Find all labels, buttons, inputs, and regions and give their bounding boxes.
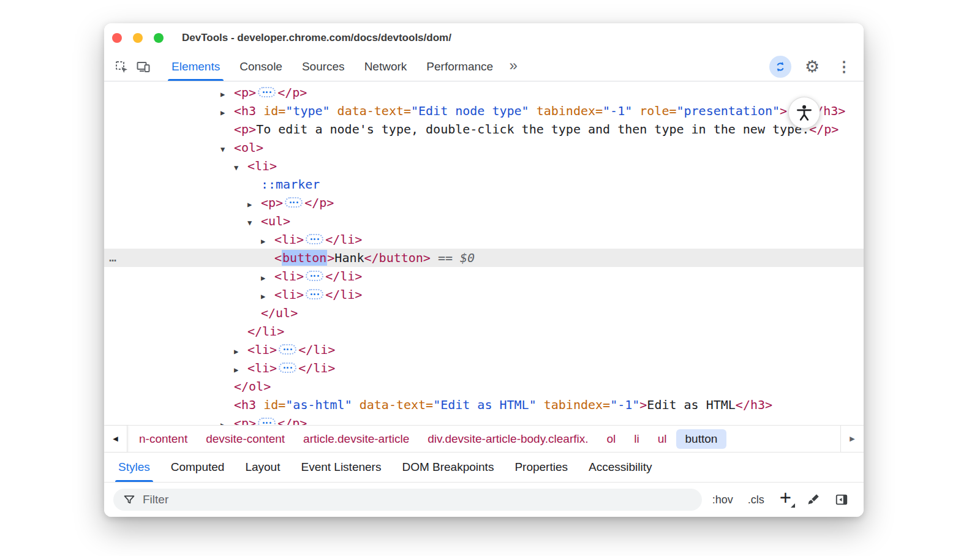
breadcrumb-item-div-devsite-article-body-clearfix-[interactable]: div.devsite-article-body.clearfix. <box>418 429 597 449</box>
dom-node-row[interactable]: ▶<li></li> <box>104 340 864 359</box>
breadcrumb-item-ol[interactable]: ol <box>598 429 625 449</box>
twisty-expanded-icon[interactable]: ▼ <box>221 140 234 159</box>
sync-icon[interactable] <box>769 56 791 78</box>
more-panels-icon[interactable]: » <box>503 58 524 75</box>
code-token-tag: </ul> <box>261 306 298 320</box>
accessibility-cursor-icon <box>789 97 820 128</box>
expand-children-icon[interactable] <box>285 197 303 208</box>
dom-node-row[interactable]: ::marker <box>104 175 864 193</box>
tab-performance[interactable]: Performance <box>417 53 503 81</box>
twisty-collapsed-icon[interactable]: ▶ <box>247 195 261 214</box>
pill-dot <box>287 367 288 369</box>
breadcrumb-item-devsite-content[interactable]: devsite-content <box>197 429 294 449</box>
zoom-button[interactable] <box>154 33 164 43</box>
filter-input[interactable]: Filter <box>113 489 702 511</box>
tab-styles[interactable]: Styles <box>108 453 160 482</box>
dom-node-row[interactable]: <h3 id="as-html" data-text="Edit as HTML… <box>104 396 864 414</box>
twisty-expanded-icon[interactable]: ▼ <box>247 214 261 232</box>
code-token-tag: <h3 <box>234 103 256 118</box>
tab-accessibility[interactable]: Accessibility <box>578 453 662 482</box>
twisty-collapsed-icon[interactable]: ▶ <box>234 361 247 379</box>
twisty-collapsed-icon[interactable]: ▶ <box>261 269 274 287</box>
code-token-val: "-1" <box>610 397 639 412</box>
brush-icon[interactable] <box>802 489 824 511</box>
tab-properties[interactable]: Properties <box>504 453 578 482</box>
dom-node-row[interactable]: ▶<p></p> <box>104 83 864 102</box>
breadcrumb-item-button[interactable]: button <box>676 429 727 449</box>
dom-node-row[interactable]: </li> <box>104 322 864 340</box>
row-more-icon[interactable]: … <box>109 248 117 266</box>
breadcrumb-item-article-devsite-article[interactable]: article.devsite-article <box>294 429 418 449</box>
dom-node-row[interactable]: ▶<li></li> <box>104 230 864 249</box>
dom-node-row[interactable]: …<button>Hank</button> == $0 <box>104 249 864 267</box>
code-token-txt: To edit a node's type, double-click the … <box>256 122 809 137</box>
twisty-collapsed-icon[interactable]: ▶ <box>261 232 274 250</box>
dom-node-row[interactable]: ▶<li></li> <box>104 359 864 377</box>
filter-funnel-icon <box>123 494 135 506</box>
breadcrumb-item-n-content[interactable]: n-content <box>130 429 197 449</box>
brush-glyph <box>807 493 820 506</box>
breadcrumb-item-ul[interactable]: ul <box>649 429 676 449</box>
tab-sources[interactable]: Sources <box>292 53 355 81</box>
tab-layout[interactable]: Layout <box>235 453 290 482</box>
dom-node-row[interactable]: </ol> <box>104 377 864 396</box>
inspect-element-icon[interactable] <box>110 56 132 78</box>
dom-node-row[interactable]: ▶<li></li> <box>104 285 864 304</box>
twisty-collapsed-icon[interactable]: ▶ <box>221 416 234 425</box>
dom-node-row[interactable]: <p>To edit a node's type, double-click t… <box>104 120 864 138</box>
code-token-val: "Edit as HTML" <box>433 397 537 412</box>
traffic-lights <box>112 23 164 53</box>
expand-children-icon[interactable] <box>258 418 276 425</box>
code-token-attr: data-text= <box>352 397 433 412</box>
settings-gear-icon[interactable]: ⚙ <box>801 56 823 78</box>
twisty-collapsed-icon[interactable]: ▶ <box>221 103 234 122</box>
tab-dom-breakpoints[interactable]: DOM Breakpoints <box>391 453 504 482</box>
tab-network[interactable]: Network <box>355 53 417 81</box>
minimize-button[interactable] <box>133 33 143 43</box>
tab-computed[interactable]: Computed <box>160 453 235 482</box>
pill-dot <box>284 348 285 350</box>
code-token-txt: Hank <box>334 250 364 265</box>
tab-elements[interactable]: Elements <box>162 53 230 81</box>
expand-children-icon[interactable] <box>306 271 323 281</box>
dom-node-row[interactable]: ▼<ol> <box>104 138 864 157</box>
pill-dot <box>290 348 292 350</box>
dom-node-row[interactable]: ▶<p></p> <box>104 414 864 425</box>
expand-children-icon[interactable] <box>258 87 276 97</box>
code-token-val: "presentation" <box>677 103 780 118</box>
pill-dot <box>293 201 295 203</box>
element-classes-button[interactable]: .cls <box>744 491 769 509</box>
close-button[interactable] <box>112 33 122 43</box>
dom-node-row[interactable]: ▼<ul> <box>104 212 864 230</box>
expand-children-icon[interactable] <box>306 234 323 244</box>
twisty-expanded-icon[interactable]: ▼ <box>234 159 247 177</box>
twisty-collapsed-icon[interactable]: ▶ <box>221 85 234 103</box>
dom-node-row[interactable]: ▶<li></li> <box>104 267 864 285</box>
pill-dot <box>266 422 268 424</box>
menu-kebab-icon[interactable]: ⋮ <box>833 56 855 78</box>
tab-event-listeners[interactable]: Event Listeners <box>290 453 391 482</box>
dom-node-row[interactable]: ▶<p></p> <box>104 193 864 212</box>
toggle-sidebar-icon[interactable] <box>831 489 853 511</box>
breadcrumb-scroll-right-icon[interactable]: ▶ <box>840 426 864 452</box>
pill-dot <box>296 201 298 203</box>
code-token-tag: <p> <box>234 416 256 425</box>
tab-console[interactable]: Console <box>230 53 292 81</box>
sidebar-tabs: StylesComputedLayoutEvent ListenersDOM B… <box>104 453 864 483</box>
twisty-collapsed-icon[interactable]: ▶ <box>234 342 247 361</box>
pill-dot <box>314 275 315 277</box>
breadcrumb-item-li[interactable]: li <box>625 429 648 449</box>
dom-node-row[interactable]: </ul> <box>104 304 864 322</box>
pill-dot <box>311 238 312 240</box>
new-style-rule-button[interactable]: + <box>775 487 796 513</box>
breadcrumb-scroll-left-icon[interactable]: ◀ <box>104 426 127 452</box>
expand-children-icon[interactable] <box>279 363 296 373</box>
toggle-element-state-button[interactable]: :hov <box>708 491 737 509</box>
code-token-tag: <li> <box>274 232 304 247</box>
expand-children-icon[interactable] <box>306 289 323 299</box>
dom-node-row[interactable]: ▶<h3 id="type" data-text="Edit node type… <box>104 102 864 120</box>
dom-node-row[interactable]: ▼<li> <box>104 157 864 175</box>
expand-children-icon[interactable] <box>279 344 296 355</box>
twisty-collapsed-icon[interactable]: ▶ <box>261 287 274 306</box>
device-toolbar-icon[interactable] <box>132 56 154 78</box>
